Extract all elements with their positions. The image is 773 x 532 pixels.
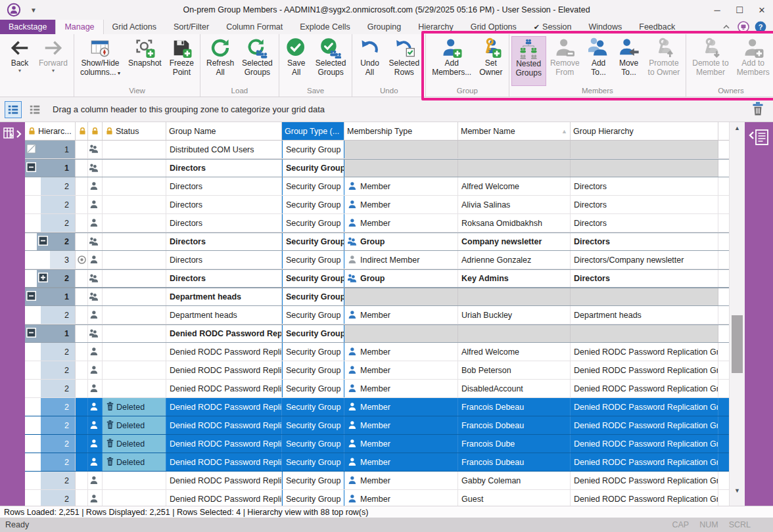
hierarchy-cell[interactable]: 1 [25, 288, 76, 305]
status-cell[interactable] [103, 214, 166, 232]
status-cell[interactable] [103, 361, 166, 379]
indirect-marker-cell[interactable] [76, 380, 88, 397]
status-cell[interactable] [103, 177, 166, 195]
group-hierarchy-cell[interactable]: Denied RODC Password Replication Group [571, 380, 718, 397]
status-cell[interactable]: Deleted [103, 453, 166, 471]
tab-grid-actions[interactable]: Grid Actions [104, 20, 165, 34]
group-hierarchy-cell[interactable]: Directors [571, 177, 718, 195]
minimize-button[interactable]: ─ [706, 1, 728, 18]
group-type-cell[interactable]: Security Group [282, 490, 344, 506]
member-name-cell[interactable]: Adrienne Gonzalez [458, 251, 571, 269]
member-name-cell[interactable]: Francois Dubeau [458, 453, 571, 471]
membership-type-cell[interactable]: Member [344, 435, 458, 453]
column-header-status[interactable]: Status [103, 122, 166, 140]
back-button[interactable]: Back▾ [5, 36, 35, 94]
tab-grouping[interactable]: Grouping [359, 20, 410, 34]
hierarchy-level-cell[interactable]: 3 [50, 251, 75, 269]
hierarchy-cell[interactable]: 2 [25, 306, 76, 324]
collapse-icon[interactable] [26, 291, 36, 303]
column-header-member_name[interactable]: Member Name▲ [458, 122, 571, 140]
column-header-lock1[interactable] [76, 122, 88, 140]
status-cell[interactable] [103, 380, 166, 397]
hierarchy-cell[interactable]: 2 [25, 233, 76, 250]
scroll-down-icon[interactable]: ▼ [730, 487, 745, 494]
group-type-cell[interactable]: Security Group [282, 160, 344, 177]
status-cell[interactable] [103, 490, 166, 506]
group-hierarchy-cell[interactable]: Denied RODC Password Replication Group [571, 343, 718, 361]
tab-windows[interactable]: Windows [580, 20, 631, 34]
member-name-cell[interactable]: Uriah Buckley [458, 306, 571, 324]
group-hierarchy-cell[interactable]: Denied RODC Password Replication Group [571, 361, 718, 379]
close-button[interactable]: ✕ [751, 1, 773, 18]
hierarchy-cell[interactable]: 2 [25, 196, 76, 213]
object-type-cell[interactable] [88, 233, 103, 250]
snapshot-button[interactable]: Snapshot [124, 36, 166, 86]
membership-type-cell[interactable] [344, 141, 458, 158]
group-type-cell[interactable]: Security Group [282, 398, 344, 416]
hierarchy-level-cell[interactable]: 2 [41, 453, 75, 471]
object-type-cell[interactable] [88, 251, 103, 269]
nested-groups-button[interactable]: NestedGroups [511, 36, 546, 86]
object-type-cell[interactable] [88, 435, 103, 453]
membership-type-cell[interactable] [344, 160, 458, 177]
demote-to-member-button[interactable]: Demote toMember [688, 36, 732, 86]
group-hierarchy-cell[interactable]: Denied RODC Password Replication Group [571, 435, 718, 453]
group-type-cell[interactable]: Security Group [282, 472, 344, 489]
expand-side-panel-icon[interactable] [748, 129, 770, 146]
group-name-cell[interactable]: Denied RODC Password Replication Group [166, 343, 282, 361]
refresh-all-button[interactable]: RefreshAll [202, 36, 238, 86]
forward-button[interactable]: Forward▾ [35, 36, 72, 94]
group-name-cell[interactable]: Denied RODC Password Replication Group [166, 435, 282, 453]
indirect-marker-cell[interactable] [76, 325, 88, 342]
group-type-cell[interactable]: Security Group [282, 453, 344, 471]
table-row[interactable]: 2DirectorsSecurity GroupMemberAlfred Wel… [25, 177, 729, 196]
indirect-marker-cell[interactable] [76, 435, 88, 453]
hierarchy-level-cell[interactable]: 2 [41, 398, 75, 416]
status-cell[interactable] [103, 141, 166, 158]
member-name-cell[interactable]: Gabby Coleman [458, 472, 571, 489]
indirect-marker-cell[interactable] [76, 160, 88, 177]
indirect-marker-cell[interactable] [76, 416, 88, 434]
status-cell[interactable] [103, 233, 166, 250]
tab-session[interactable]: ✔Session [525, 20, 580, 34]
group-name-cell[interactable]: Denied RODC Password Replication Group [166, 416, 282, 434]
membership-type-cell[interactable]: Member [344, 361, 458, 379]
membership-type-cell[interactable]: Member [344, 196, 458, 213]
hierarchy-level-cell[interactable]: 2 [41, 435, 75, 453]
selected-groups-button[interactable]: SelectedGroups [312, 36, 350, 86]
object-type-cell[interactable] [88, 472, 103, 489]
group-hierarchy-cell[interactable] [571, 288, 718, 305]
remove-from-button[interactable]: RemoveFrom [546, 36, 584, 86]
hierarchy-cell[interactable]: 1 [25, 325, 76, 342]
show-hide-columns-button[interactable]: Show/Hidecolumns... ▾ [76, 36, 124, 86]
move-to-button[interactable]: MoveTo... [614, 36, 644, 86]
object-type-cell[interactable] [88, 490, 103, 506]
membership-type-cell[interactable]: Group [344, 270, 458, 287]
member-name-cell[interactable]: Roksana Omidbakhsh [458, 214, 571, 232]
table-row[interactable]: 2Denied RODC Password Replication GroupS… [25, 490, 729, 506]
member-name-cell[interactable]: Alfred Welcome [458, 177, 571, 195]
table-row[interactable]: 2DeletedDenied RODC Password Replication… [25, 435, 729, 453]
table-row[interactable]: 1Distributed COM UsersSecurity Group [25, 141, 729, 159]
member-name-cell[interactable] [458, 325, 571, 342]
hierarchy-level-cell[interactable]: 2 [41, 416, 75, 434]
group-name-cell[interactable]: Denied RODC Password Replication Group [166, 361, 282, 379]
hierarchy-level-cell[interactable]: 2 [41, 380, 75, 397]
group-type-cell[interactable]: Security Group [282, 270, 344, 287]
group-name-cell[interactable]: Directors [166, 177, 282, 195]
left-panel[interactable] [0, 122, 25, 506]
group-hierarchy-cell[interactable] [571, 160, 718, 177]
status-cell[interactable]: Deleted [103, 416, 166, 434]
object-type-cell[interactable] [88, 288, 103, 305]
column-header-group_hierarchy[interactable]: Group Hierarchy [571, 122, 718, 140]
add-to-button[interactable]: AddTo... [584, 36, 614, 86]
hierarchy-cell[interactable]: 2 [25, 435, 76, 453]
table-row[interactable]: 1Denied RODC Password Replication GroupS… [25, 324, 729, 343]
selected-groups-button[interactable]: SelectedGroups [238, 36, 277, 86]
hierarchy-level-cell[interactable]: 2 [37, 270, 75, 287]
group-type-cell[interactable]: Security Group [282, 233, 344, 250]
save-all-button[interactable]: SaveAll [281, 36, 312, 86]
vertical-scrollbar[interactable]: ▲ ▼ [729, 122, 745, 506]
table-row[interactable]: 2DeletedDenied RODC Password Replication… [25, 416, 729, 435]
membership-type-cell[interactable]: Member [344, 472, 458, 489]
